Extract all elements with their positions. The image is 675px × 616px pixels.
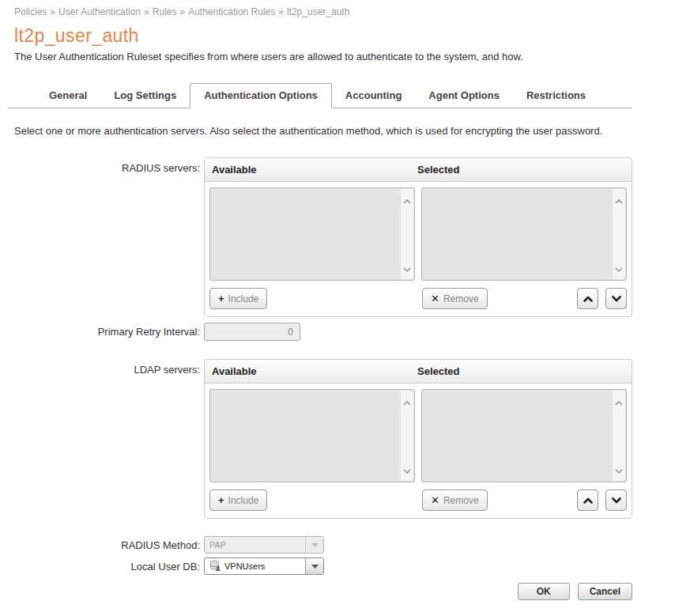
ldap-include-button[interactable]: + Include <box>209 489 267 511</box>
primary-retry-row: Primary Retry Interval: <box>14 323 661 341</box>
breadcrumb-item-user-authentication[interactable]: User Authentication <box>58 6 141 17</box>
radius-servers-label: RADIUS servers: <box>14 157 200 174</box>
ldap-dual-listbox: Available Selected <box>204 359 632 519</box>
local-user-db-value: VPNUsers <box>224 561 265 571</box>
breadcrumb-separator: » <box>278 6 284 17</box>
radius-move-down-button[interactable] <box>605 288 627 309</box>
radius-method-row: RADIUS Method: PAP <box>14 536 661 554</box>
radius-method-label: RADIUS Method: <box>14 536 200 551</box>
radius-listbox-header: Available Selected <box>205 158 632 182</box>
radius-available-listbox[interactable] <box>209 187 415 281</box>
page-title: lt2p_user_auth <box>14 25 661 47</box>
page: Policies»User Authentication»Rules»Authe… <box>0 0 675 600</box>
radius-listbox-footer: + Include ✕ Remove <box>205 286 632 316</box>
dropdown-arrow <box>305 558 323 574</box>
breadcrumb: Policies»User Authentication»Rules»Authe… <box>14 6 661 17</box>
ldap-listbox-footer: + Include ✕ Remove <box>205 488 632 518</box>
tab-bar: General Log Settings Authentication Opti… <box>8 85 632 108</box>
scroll-down-icon[interactable] <box>403 261 411 275</box>
local-user-db-row: Local User DB: VPNUsers <box>14 557 661 575</box>
radius-include-button[interactable]: + Include <box>209 288 267 309</box>
ldap-available-header: Available <box>205 365 417 377</box>
form: RADIUS servers: Available Selected <box>14 157 661 575</box>
radius-method-select[interactable]: PAP <box>204 536 324 554</box>
breadcrumb-item-current: lt2p_user_auth <box>287 6 349 17</box>
tab-general[interactable]: General <box>36 84 100 108</box>
listbox-scrollbar[interactable] <box>613 189 625 279</box>
tab-restrictions[interactable]: Restrictions <box>513 84 599 108</box>
footer-actions: OK Cancel <box>14 583 632 600</box>
listbox-scrollbar[interactable] <box>401 391 413 481</box>
ldap-move-down-button[interactable] <box>605 489 627 511</box>
plus-icon: + <box>218 495 224 505</box>
radius-servers-row: RADIUS servers: Available Selected <box>14 157 661 317</box>
scroll-up-icon[interactable] <box>403 395 411 409</box>
include-button-label: Include <box>228 495 259 506</box>
breadcrumb-item-policies[interactable]: Policies <box>14 6 47 17</box>
x-icon: ✕ <box>431 293 439 304</box>
page-description: The User Authentication Ruleset specifie… <box>14 51 661 62</box>
breadcrumb-separator: » <box>50 6 55 17</box>
scroll-down-icon[interactable] <box>615 463 623 477</box>
radius-remove-button[interactable]: ✕ Remove <box>422 288 488 309</box>
local-user-db-label: Local User DB: <box>14 557 200 573</box>
tab-accounting[interactable]: Accounting <box>332 84 416 108</box>
ldap-remove-button[interactable]: ✕ Remove <box>422 489 488 511</box>
instruction-text: Select one or more authentication server… <box>14 125 661 137</box>
chevron-down-icon <box>612 293 621 304</box>
local-user-db-select[interactable]: VPNUsers <box>204 557 324 575</box>
listbox-scrollbar[interactable] <box>613 391 625 481</box>
radius-method-value: PAP <box>205 537 305 553</box>
listbox-scrollbar[interactable] <box>401 189 413 279</box>
radius-available-header: Available <box>205 164 417 176</box>
scroll-up-icon[interactable] <box>615 193 623 207</box>
tab-authentication-options[interactable]: Authentication Options <box>190 83 332 108</box>
radius-listbox-body <box>205 182 632 286</box>
ldap-listbox-header: Available Selected <box>205 360 632 384</box>
scroll-down-icon[interactable] <box>615 261 623 275</box>
ldap-available-listbox[interactable] <box>209 389 415 482</box>
include-button-label: Include <box>228 293 259 304</box>
ldap-move-up-button[interactable] <box>577 489 598 511</box>
breadcrumb-item-authentication-rules[interactable]: Authentication Rules <box>188 6 275 17</box>
ldap-selected-listbox[interactable] <box>421 389 627 482</box>
breadcrumb-item-rules[interactable]: Rules <box>153 6 177 17</box>
ldap-servers-row: LDAP servers: Available Selected <box>14 359 661 519</box>
ok-button[interactable]: OK <box>518 583 570 600</box>
scroll-down-icon[interactable] <box>403 463 411 477</box>
remove-button-label: Remove <box>443 495 479 506</box>
primary-retry-input[interactable] <box>204 323 300 341</box>
radius-selected-listbox[interactable] <box>421 187 627 281</box>
tab-agent-options[interactable]: Agent Options <box>415 84 513 108</box>
scroll-up-icon[interactable] <box>615 395 623 409</box>
scroll-up-icon[interactable] <box>403 193 411 207</box>
ldap-servers-label: LDAP servers: <box>14 359 200 376</box>
breadcrumb-separator: » <box>179 6 185 17</box>
tab-log-settings[interactable]: Log Settings <box>100 84 190 108</box>
chevron-up-icon <box>583 293 593 304</box>
x-icon: ✕ <box>431 495 439 505</box>
radius-dual-listbox: Available Selected <box>204 157 632 317</box>
ldap-selected-header: Selected <box>417 365 632 377</box>
dropdown-arrow <box>305 537 323 553</box>
radius-selected-header: Selected <box>417 164 632 176</box>
primary-retry-label: Primary Retry Interval: <box>14 323 200 338</box>
breadcrumb-separator: » <box>144 6 149 17</box>
remove-button-label: Remove <box>443 293 479 304</box>
radius-move-up-button[interactable] <box>577 288 598 309</box>
plus-icon: + <box>218 293 224 304</box>
ldap-listbox-body <box>205 384 632 488</box>
user-database-icon <box>209 560 221 573</box>
chevron-down-icon <box>612 495 621 506</box>
cancel-button[interactable]: Cancel <box>578 583 632 600</box>
chevron-up-icon <box>583 495 593 506</box>
